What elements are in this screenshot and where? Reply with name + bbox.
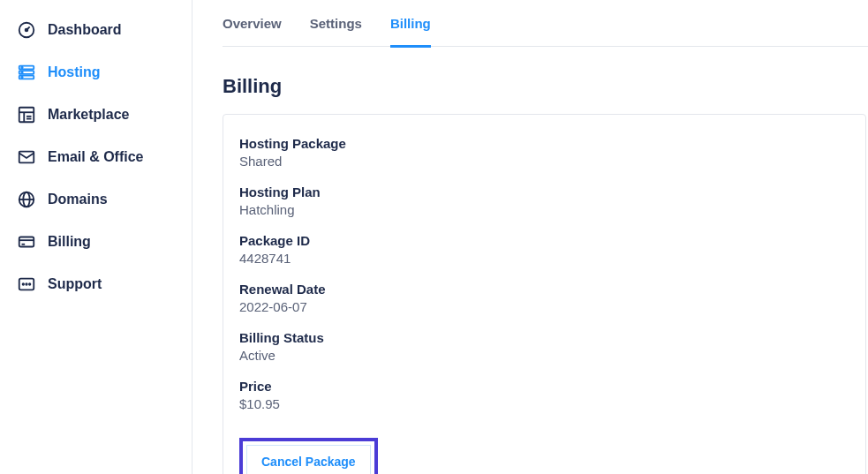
svg-point-5 — [21, 67, 22, 68]
svg-point-22 — [26, 283, 26, 284]
billing-card: Hosting Package Shared Hosting Plan Hatc… — [223, 114, 866, 474]
dashboard-icon — [16, 19, 37, 41]
svg-point-21 — [23, 283, 24, 284]
field-hosting-plan: Hosting Plan Hatchling — [239, 184, 849, 217]
marketplace-icon — [16, 104, 37, 125]
sidebar-item-support[interactable]: Support — [12, 263, 192, 305]
svg-rect-8 — [19, 108, 34, 123]
field-price: Price $10.95 — [239, 379, 849, 411]
field-label: Package ID — [239, 233, 849, 248]
field-label: Hosting Plan — [239, 184, 849, 199]
field-label: Billing Status — [239, 330, 849, 345]
tab-billing[interactable]: Billing — [390, 16, 431, 48]
svg-point-23 — [29, 283, 30, 284]
sidebar-item-domains[interactable]: Domains — [12, 178, 192, 221]
cancel-package-button[interactable]: Cancel Package — [246, 445, 371, 474]
sidebar-item-email-office[interactable]: Email & Office — [12, 136, 192, 178]
sidebar-item-label: Email & Office — [48, 149, 143, 165]
email-icon — [16, 147, 37, 168]
field-label: Price — [239, 379, 849, 394]
sidebar-item-label: Dashboard — [48, 22, 122, 38]
sidebar-item-label: Billing — [48, 234, 91, 250]
sidebar-item-dashboard[interactable]: Dashboard — [12, 9, 192, 51]
sidebar-item-hosting[interactable]: Hosting — [12, 51, 192, 94]
field-billing-status: Billing Status Active — [239, 330, 849, 363]
sidebar-item-label: Domains — [48, 192, 108, 207]
support-icon — [16, 274, 37, 295]
field-value: Hatchling — [239, 202, 849, 217]
sidebar-item-label: Support — [48, 276, 102, 292]
field-hosting-package: Hosting Package Shared — [239, 136, 849, 169]
svg-point-1 — [26, 29, 28, 32]
field-label: Renewal Date — [239, 282, 849, 297]
tab-overview[interactable]: Overview — [223, 16, 282, 48]
svg-point-7 — [21, 77, 22, 78]
tabs: Overview Settings Billing — [223, 0, 868, 47]
sidebar-item-billing[interactable]: Billing — [12, 221, 192, 263]
svg-rect-17 — [19, 237, 34, 247]
svg-point-6 — [21, 71, 22, 72]
main-content: Overview Settings Billing Billing Hostin… — [192, 0, 868, 474]
hosting-icon — [16, 62, 37, 83]
globe-icon — [16, 189, 37, 210]
sidebar-item-label: Hosting — [48, 64, 101, 80]
field-value: Active — [239, 348, 849, 363]
billing-icon — [16, 231, 37, 252]
page-title: Billing — [223, 75, 868, 98]
field-package-id: Package ID 4428741 — [239, 233, 849, 266]
cancel-highlight: Cancel Package — [239, 438, 378, 474]
sidebar-item-marketplace[interactable]: Marketplace — [12, 94, 192, 136]
field-renewal-date: Renewal Date 2022-06-07 — [239, 282, 849, 314]
field-value: Shared — [239, 154, 849, 169]
field-value: $10.95 — [239, 396, 849, 411]
field-value: 4428741 — [239, 251, 849, 266]
field-value: 2022-06-07 — [239, 299, 849, 314]
tab-settings[interactable]: Settings — [310, 16, 362, 48]
field-label: Hosting Package — [239, 136, 849, 151]
sidebar-item-label: Marketplace — [48, 107, 130, 123]
sidebar: Dashboard Hosting Marketplace Email & Of… — [0, 0, 192, 474]
